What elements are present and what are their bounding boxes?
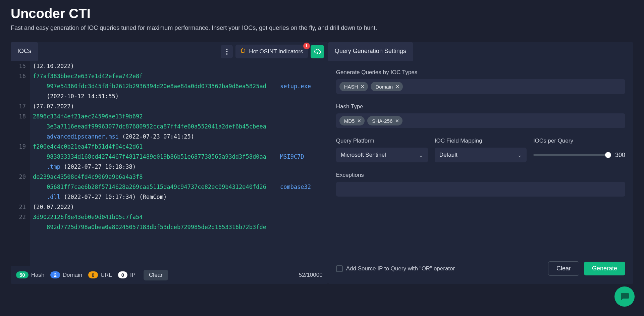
exceptions-label: Exceptions [336, 172, 625, 178]
url-label: URL [101, 272, 112, 278]
tag-remove-icon[interactable]: ✕ [357, 118, 361, 123]
mapping-value: Default [439, 152, 458, 158]
add-source-ip-checkbox[interactable] [336, 265, 343, 272]
mapping-select[interactable]: Default ⌄ [435, 148, 527, 162]
ioc-types-label: Generate Queries by IOC Types [336, 69, 625, 76]
hash-label: Hash [31, 272, 45, 278]
tag: MD5✕ [339, 116, 365, 125]
domain-label: Domain [63, 272, 83, 278]
page-title: Uncoder CTI [11, 6, 633, 21]
exceptions-input[interactable] [336, 182, 625, 197]
hash-count-pill: 50 [16, 271, 29, 278]
tab-settings[interactable]: Query Generation Settings [328, 42, 413, 61]
chevron-down-icon: ⌄ [419, 152, 423, 159]
svg-point-0 [226, 49, 227, 50]
slider-thumb[interactable] [605, 152, 611, 158]
iocs-panel: IOCs Hot OSINT Indicators 1 15161718192 [11, 42, 328, 284]
hot-osint-badge: 1 [303, 43, 310, 49]
editor-gutter: 1516171819202122 [11, 61, 30, 266]
ioc-types-input[interactable]: HASH✕Domain✕ [336, 79, 625, 94]
generate-button[interactable]: Generate [584, 262, 625, 275]
hash-type-label: Hash Type [336, 103, 625, 110]
left-tab-bar: IOCs Hot OSINT Indicators 1 [11, 42, 328, 61]
more-menu-button[interactable] [221, 45, 233, 58]
tag: HASH✕ [339, 82, 368, 91]
svg-point-1 [226, 51, 227, 52]
url-count-pill: 0 [88, 271, 98, 278]
mapping-label: IOC Field Mapping [435, 138, 527, 144]
tag-remove-icon[interactable]: ✕ [395, 118, 399, 123]
platform-select[interactable]: Microsoft Sentinel ⌄ [336, 148, 428, 162]
clear-settings-button[interactable]: Clear [548, 261, 579, 276]
settings-panel: Query Generation Settings Generate Queri… [328, 42, 633, 284]
right-tab-bar: Query Generation Settings [328, 42, 633, 61]
ip-label: IP [130, 272, 136, 278]
editor-content[interactable]: (12.10.2022)f77af383bbec2e637e1d42efea74… [30, 61, 328, 266]
tag-label: Domain [375, 84, 393, 90]
platform-value: Microsoft Sentinel [341, 152, 386, 158]
svg-point-2 [226, 53, 227, 55]
platform-label: Query Platform [336, 138, 428, 144]
clear-iocs-button[interactable]: Clear [144, 270, 168, 280]
tag-label: HASH [344, 84, 358, 90]
per-query-label: IOCs per Query [533, 138, 625, 144]
tag-label: MD5 [344, 118, 355, 124]
chat-fab[interactable] [614, 286, 635, 307]
domain-count-pill: 2 [50, 271, 60, 278]
hot-osint-button[interactable]: Hot OSINT Indicators 1 [235, 45, 308, 58]
ioc-editor[interactable]: 1516171819202122 (12.10.2022)f77af383bbe… [11, 61, 328, 266]
ioc-counter: 52/10000 [299, 272, 323, 278]
hash-type-input[interactable]: MD5✕SHA-256✕ [336, 113, 625, 128]
tag-remove-icon[interactable]: ✕ [395, 84, 399, 89]
tag-label: SHA-256 [372, 118, 392, 124]
ip-count-pill: 0 [118, 271, 127, 278]
chat-icon [620, 292, 630, 301]
chevron-down-icon: ⌄ [517, 152, 522, 159]
hot-osint-label: Hot OSINT Indicators [249, 48, 303, 55]
tag: SHA-256✕ [367, 116, 402, 125]
ioc-footer: 50 Hash 2 Domain 0 URL 0 IP Clear 52/100… [11, 266, 328, 284]
iocs-per-query-slider[interactable] [533, 154, 611, 156]
tab-iocs[interactable]: IOCs [11, 42, 38, 61]
tag: Domain✕ [371, 82, 403, 91]
download-button[interactable] [311, 45, 324, 58]
per-query-value: 300 [615, 152, 625, 159]
cloud-download-icon [314, 49, 321, 55]
fire-icon [240, 47, 246, 56]
add-source-ip-label: Add Source IP to Query with "OR" operato… [346, 265, 455, 272]
kebab-icon [226, 48, 228, 55]
tag-remove-icon[interactable]: ✕ [361, 84, 365, 89]
page-subtitle: Fast and easy generation of IOC queries … [11, 24, 633, 32]
